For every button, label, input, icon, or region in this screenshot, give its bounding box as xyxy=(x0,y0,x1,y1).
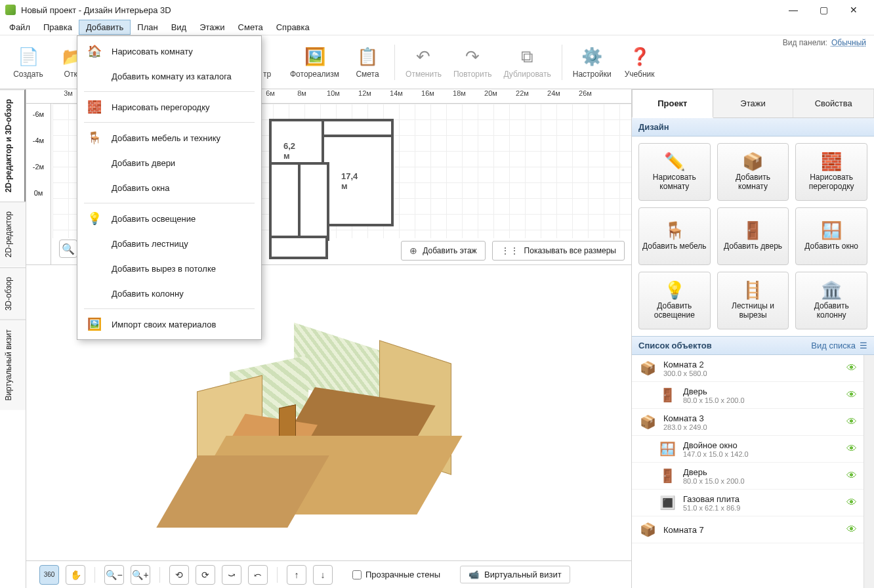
design-draw-partition[interactable]: 🧱Нарисовать перегородку xyxy=(795,143,867,201)
design-add-door[interactable]: 🚪Добавить дверь xyxy=(717,207,789,265)
dd-add-room-catalog[interactable]: •Добавить комнату из каталога xyxy=(77,64,261,89)
dd-add-windows[interactable]: •Добавить окна xyxy=(77,175,261,200)
toolbar-tutorial[interactable]: ❓ Учебник xyxy=(619,43,660,81)
duplicate-icon: ⧉ xyxy=(516,46,539,68)
objects-header-label: Список объектов xyxy=(638,341,712,350)
toolbar-fotorealism-label: Фотореализм xyxy=(290,70,339,79)
visibility-toggle[interactable]: 👁 xyxy=(846,524,857,536)
visibility-toggle[interactable]: 👁 xyxy=(846,443,857,455)
toolbar-fotorealism[interactable]: 🖼️ Фотореализм xyxy=(286,43,343,81)
menu-bar: Файл Правка Добавить План Вид Этажи Смет… xyxy=(0,20,874,35)
vtab-2d[interactable]: 2D-редактор xyxy=(0,201,26,266)
object-dims: 147.0 x 15.0 x 142.0 xyxy=(683,450,840,458)
tilt-down-button[interactable]: ⤺ xyxy=(248,565,268,585)
menu-edit[interactable]: Правка xyxy=(37,20,79,35)
add-floor-button[interactable]: ⊕ Добавить этаж xyxy=(401,241,485,261)
menu-help[interactable]: Справка xyxy=(270,20,316,35)
pan-button[interactable]: ✋ xyxy=(66,565,85,585)
ruler-tick: 8м xyxy=(286,89,318,103)
zoom-out-button[interactable]: 🔍− xyxy=(104,565,124,585)
show-dims-label: Показывать все размеры xyxy=(524,246,616,255)
show-dims-button[interactable]: ⋮⋮ Показывать все размеры xyxy=(492,241,625,261)
dd-add-column[interactable]: •Добавить колонну xyxy=(77,281,261,306)
visibility-toggle[interactable]: 👁 xyxy=(846,389,857,401)
menu-view[interactable]: Вид xyxy=(165,20,194,35)
fp-room[interactable] xyxy=(269,119,328,165)
object-row[interactable]: 📦Комната 3283.0 x 249.0👁 xyxy=(632,409,864,436)
panel-mode-link[interactable]: Обычный xyxy=(831,38,866,47)
design-add-room[interactable]: 📦Добавить комнату xyxy=(717,143,789,201)
close-button[interactable]: ✕ xyxy=(839,0,869,20)
tab-floors[interactable]: Этажи xyxy=(713,89,794,117)
design-add-window[interactable]: 🪟Добавить окно xyxy=(795,207,867,265)
transparent-walls-check[interactable]: Прозрачные стены xyxy=(352,570,440,579)
fp-room[interactable] xyxy=(269,236,328,259)
design-add-lighting[interactable]: 💡Добавить освещение xyxy=(638,272,711,329)
menu-plan[interactable]: План xyxy=(131,20,164,35)
minimize-button[interactable]: — xyxy=(778,0,808,20)
rotate-360-button[interactable]: 360 xyxy=(39,565,59,585)
rotate-left-button[interactable]: ⟲ xyxy=(169,565,189,585)
toolbar-estimate[interactable]: 📋 Смета xyxy=(347,43,388,81)
down-button[interactable]: ↓ xyxy=(313,565,333,585)
visibility-toggle[interactable]: 👁 xyxy=(846,497,857,509)
object-name: Комната 2 xyxy=(663,360,840,369)
design-add-furniture[interactable]: 🪑Добавить мебель xyxy=(638,207,711,265)
up-button[interactable]: ↑ xyxy=(287,565,306,585)
visibility-toggle[interactable]: 👁 xyxy=(846,362,857,374)
dd-draw-partition[interactable]: 🧱Нарисовать перегородку xyxy=(77,94,261,119)
dd-label: Добавить мебель и технику xyxy=(112,133,220,143)
dd-add-doors[interactable]: •Добавить двери xyxy=(77,150,261,175)
menu-add[interactable]: Добавить xyxy=(79,20,131,35)
design-stairs[interactable]: 🪜Лестницы и вырезы xyxy=(717,272,789,329)
virtual-visit-button[interactable]: 📹 Виртуальный визит xyxy=(460,566,570,583)
dd-draw-room[interactable]: 🏠Нарисовать комнату xyxy=(77,39,261,64)
design-draw-room[interactable]: ✏️Нарисовать комнату xyxy=(638,143,711,201)
vtab-3d[interactable]: 3D-обзор xyxy=(0,267,26,320)
rotate-right-button[interactable]: ⟳ xyxy=(196,565,215,585)
tilt-up-button[interactable]: ⤻ xyxy=(222,565,241,585)
dd-add-lighting[interactable]: 💡Добавить освещение xyxy=(77,206,261,231)
visibility-toggle[interactable]: 👁 xyxy=(846,416,857,428)
fp-room[interactable] xyxy=(298,162,329,241)
object-row[interactable]: 🪟Двойное окно147.0 x 15.0 x 142.0👁 xyxy=(632,436,864,463)
zoom-in-button[interactable]: 🔍+ xyxy=(131,565,150,585)
maximize-button[interactable]: ▢ xyxy=(808,0,839,20)
toolbar-redo[interactable]: ↷ Повторить xyxy=(449,43,496,81)
house-3d[interactable] xyxy=(164,304,479,541)
scrollbar[interactable] xyxy=(864,355,874,588)
menu-floors[interactable]: Этажи xyxy=(193,20,231,35)
label: Лестницы и вырезы xyxy=(720,301,786,320)
vtab-2d-3d[interactable]: 2D-редактор и 3D-обзор xyxy=(0,89,26,201)
dd-import-materials[interactable]: 🖼️Импорт своих материалов xyxy=(77,312,261,337)
object-row[interactable]: 🔳Газовая плита51.0 x 62.1 x 86.9👁 xyxy=(632,490,864,516)
tab-properties[interactable]: Свойства xyxy=(793,89,874,117)
redo-icon: ↷ xyxy=(461,46,484,68)
object-row[interactable]: 🚪Дверь80.0 x 15.0 x 200.0👁 xyxy=(632,463,864,490)
tab-project[interactable]: Проект xyxy=(632,89,713,118)
object-row[interactable]: 📦Комната 2300.0 x 580.0👁 xyxy=(632,355,864,382)
toolbar-duplicate[interactable]: ⧉ Дублировать xyxy=(499,43,554,81)
menu-estimate[interactable]: Смета xyxy=(232,20,270,35)
toolbar-settings[interactable]: ⚙️ Настройки xyxy=(569,43,615,81)
panel-mode: Вид панели: Обычный xyxy=(783,38,866,47)
objects-header: Список объектов Вид списка ☰ xyxy=(632,336,874,355)
list-view-mode[interactable]: Вид списка ☰ xyxy=(811,341,867,350)
dd-add-ceiling-cut[interactable]: •Добавить вырез в потолке xyxy=(77,256,261,281)
r360-label: 360 xyxy=(44,571,55,578)
dd-add-stairs[interactable]: •Добавить лестницу xyxy=(77,231,261,256)
transparent-walls-checkbox[interactable] xyxy=(352,570,362,579)
design-add-column[interactable]: 🏛️Добавить колонну xyxy=(795,272,867,329)
visibility-toggle[interactable]: 👁 xyxy=(846,470,857,482)
menu-file[interactable]: Файл xyxy=(3,20,37,35)
object-row[interactable]: 🚪Дверь80.0 x 15.0 x 200.0👁 xyxy=(632,382,864,409)
zoom-tool[interactable]: 🔍 xyxy=(59,240,77,258)
dd-label: Добавить освещение xyxy=(112,214,196,224)
toolbar-undo[interactable]: ↶ Отменить xyxy=(402,43,446,81)
dd-label: Добавить комнату из каталога xyxy=(112,72,232,81)
dd-add-furniture[interactable]: 🪑Добавить мебель и технику xyxy=(77,125,261,150)
toolbar-create[interactable]: 📄 Создать xyxy=(8,43,49,81)
objects-list[interactable]: 📦Комната 2300.0 x 580.0👁🚪Дверь80.0 x 15.… xyxy=(632,355,864,588)
vtab-virtual[interactable]: Виртуальный визит xyxy=(0,320,26,410)
object-row[interactable]: 📦Комната 7👁 xyxy=(632,516,864,543)
